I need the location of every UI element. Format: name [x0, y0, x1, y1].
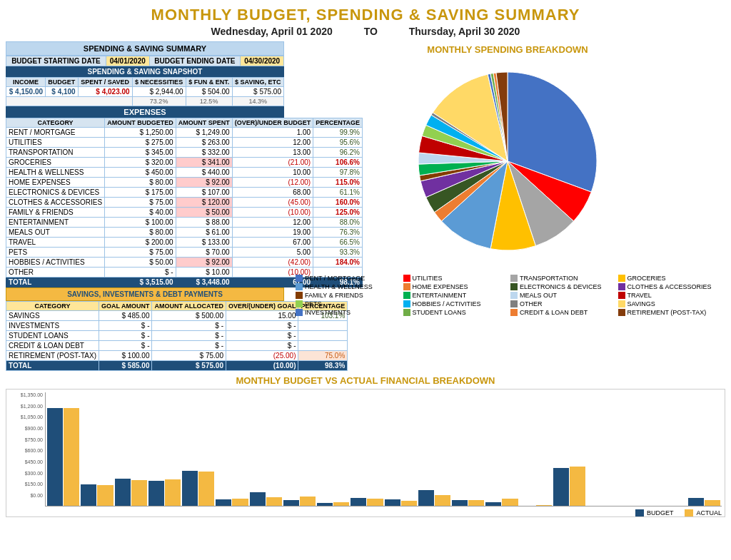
bar-group [317, 502, 349, 506]
bar-group [81, 484, 113, 506]
exp-col-cat: CATEGORY [6, 118, 105, 128]
spending-saving-header: SPENDING & SAVING SUMMARY [6, 41, 284, 56]
legend-label: CREDIT & LOAN DEBT [520, 309, 588, 316]
bar-group [182, 471, 214, 506]
budget-bar [553, 468, 569, 506]
date-to-label: TO [364, 26, 378, 37]
legend-label: ENTERTAINMENT [413, 292, 467, 299]
legend-color [296, 292, 303, 299]
legend-item: TRANSPORTATION [510, 275, 612, 282]
snapshot-table: INCOME BUDGET SPENT / SAVED $ NECESSITIE… [6, 77, 284, 106]
legend-label: HEALTH & WELLNESS [305, 283, 373, 290]
legend-item: RETIREMENT (POST-TAX) [618, 309, 720, 316]
budget-bar [688, 498, 704, 506]
budget-color [635, 509, 644, 516]
legend-color [510, 309, 518, 316]
pct-necessities: 73.2% [132, 97, 186, 106]
budget-value: $ 4,100 [46, 87, 79, 97]
col-budget: BUDGET [46, 78, 79, 87]
exp-col-budgeted: AMOUNT BUDGETED [105, 118, 176, 128]
budget-bar [385, 499, 400, 506]
budget-bar [452, 500, 468, 506]
legend-item: SAVINGS [618, 300, 720, 307]
necessities-value: $ 2,944.00 [132, 87, 186, 97]
budget-bar [418, 490, 434, 506]
bar-chart-inner: $1,350.00 $1,200.00 $1,050.00 $900.00 $7… [9, 392, 722, 506]
actual-bar [300, 497, 316, 506]
bar-chart-area: $1,350.00 $1,200.00 $1,050.00 $900.00 $7… [6, 389, 725, 517]
col-income: INCOME [6, 78, 46, 87]
actual-bar [64, 408, 79, 506]
budget-bar [250, 492, 266, 506]
actual-bar [435, 495, 450, 506]
right-panel: MONTHLY SPENDING BREAKDOWN RENT / MORTGA… [290, 41, 725, 371]
legend-label: UTILITIES [413, 275, 443, 282]
left-panel: SPENDING & SAVING SUMMARY BUDGET STARTIN… [6, 41, 284, 371]
legend-budget: BUDGET [635, 509, 674, 516]
actual-bar [468, 500, 484, 506]
pie-chart [379, 58, 636, 272]
snapshot-header: SPENDING & SAVING SNAPSHOT [6, 66, 284, 77]
budget-bar [47, 408, 63, 506]
legend-label: TRAVEL [627, 292, 652, 299]
legend-label: TRANSPORTATION [520, 275, 578, 282]
date-to: Thursday, April 30 2020 [409, 26, 520, 37]
pie-legend: RENT / MORTGAGE UTILITIES TRANSPORTATION… [290, 272, 725, 319]
legend-item: RENT / MORTGAGE [296, 275, 398, 282]
bar-group [115, 479, 147, 506]
income-value: $ 4,150.00 [6, 87, 46, 97]
bar-group [283, 497, 316, 506]
actual-bar [165, 479, 181, 506]
col-spent: SPENT / SAVED [78, 78, 132, 87]
bar-group [688, 498, 720, 506]
legend-color [618, 283, 625, 290]
bar-group [418, 490, 450, 506]
sav-col-alloc: AMOUNT ALLOCATED [152, 302, 226, 311]
legend-item: MEALS OUT [510, 292, 612, 299]
budget-bar [317, 503, 333, 506]
actual-bar [502, 499, 518, 506]
legend-color [618, 275, 625, 282]
budget-end-label: BUDGET ENDING DATE [149, 56, 241, 66]
bar-group [148, 479, 181, 506]
bar-group [47, 408, 79, 506]
bottom-section: MONTHLY BUDGET VS ACTUAL FINANCIAL BREAK… [0, 371, 731, 523]
bar-chart-legend: BUDGET ACTUAL [9, 509, 722, 516]
legend-item: CLOTHES & ACCESSORIES [618, 283, 720, 290]
pie-chart-container: RENT / MORTGAGE UTILITIES TRANSPORTATION… [290, 58, 725, 319]
legend-item: HOME EXPENSES [403, 283, 505, 290]
actual-bar [131, 480, 147, 506]
actual-bar [198, 472, 214, 506]
date-from: Wednesday, April 01 2020 [211, 26, 333, 37]
actual-bar [401, 501, 417, 506]
page-title: MONTHLY BUDGET, SPENDING & SAVING SUMMAR… [0, 0, 731, 26]
bar-chart-title: MONTHLY BUDGET VS ACTUAL FINANCIAL BREAK… [6, 371, 725, 389]
fun-value: $ 504.00 [186, 87, 232, 97]
legend-label: MEALS OUT [520, 292, 557, 299]
legend-label: FAMILY & FRIENDS [305, 292, 363, 299]
expenses-header: EXPENSES [6, 106, 284, 118]
legend-item: HEALTH & WELLNESS [296, 283, 398, 290]
legend-color [296, 275, 303, 282]
col-necessities: $ NECESSITIES [132, 78, 186, 87]
legend-color [618, 292, 625, 299]
legend-color [510, 300, 518, 307]
legend-color [403, 292, 410, 299]
legend-color [403, 300, 410, 307]
actual-bar [367, 499, 383, 506]
legend-item: CREDIT & LOAN DEBT [510, 309, 612, 316]
legend-label: GROCERIES [627, 275, 666, 282]
col-fun: $ FUN & ENT. [186, 78, 232, 87]
bar-group [452, 500, 484, 506]
actual-bar [705, 500, 720, 506]
legend-item: PETS [296, 300, 398, 307]
sav-col-cat: CATEGORY [6, 302, 99, 311]
actual-label: ACTUAL [696, 509, 722, 516]
budget-bar [81, 484, 96, 506]
actual-bar [333, 502, 349, 506]
legend-color [296, 300, 303, 307]
legend-item: TRAVEL [618, 292, 720, 299]
legend-label: HOME EXPENSES [413, 283, 468, 290]
sav-col-goal: GOAL AMOUNT [99, 302, 152, 311]
legend-label: PETS [305, 300, 322, 307]
